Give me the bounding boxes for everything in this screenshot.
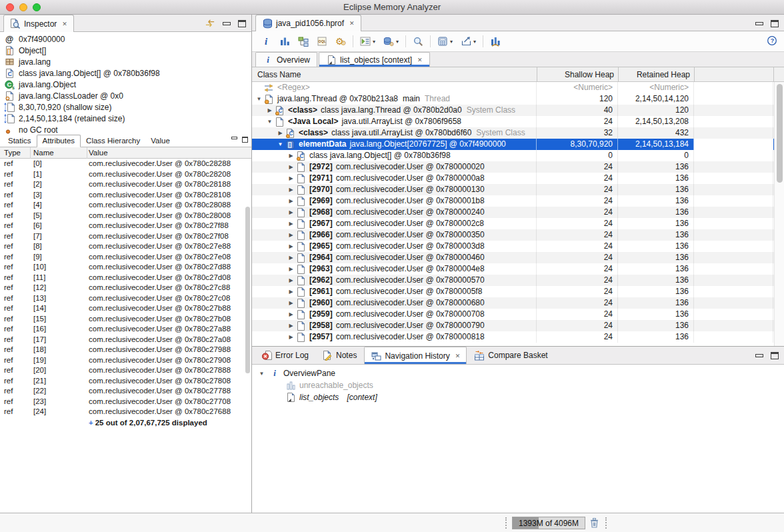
inspector-item[interactable]: no GC root [0, 124, 251, 134]
dominator-tree-button[interactable] [295, 35, 311, 49]
column-header-value[interactable]: Value [89, 147, 108, 159]
table-row[interactable]: ref[10]com.reclusivecoder.User @ 0x780c2… [0, 262, 251, 273]
heap-table-row[interactable]: ▶[2963]com.reclusivecoder.User @ 0x78000… [252, 263, 784, 275]
tab-class-hierarchy[interactable]: Class Hierarchy [81, 135, 145, 147]
table-row[interactable]: ref[9]com.reclusivecoder.User @ 0x780c27… [0, 252, 251, 263]
heap-filter-row[interactable]: <Regex><Numeric><Numeric> [252, 82, 784, 93]
column-header-retained-heap[interactable]: Retained Heap [618, 67, 690, 82]
tab-inspector[interactable]: Inspector ✕ [3, 15, 74, 32]
expand-arrow-icon[interactable]: ▶ [287, 184, 295, 195]
run-gc-trash-icon[interactable] [589, 517, 599, 530]
heap-table-row[interactable]: ▶[2967]com.reclusivecoder.User @ 0x78000… [252, 218, 784, 229]
run-expert-report-button[interactable]: ▾ [357, 35, 378, 48]
expand-arrow-icon[interactable]: ▶ [287, 286, 295, 297]
dropdown-arrow-icon[interactable]: ▾ [373, 39, 375, 45]
inspector-item[interactable]: 2,14,50,13,184 (retained size) [0, 113, 251, 124]
expand-arrow-icon[interactable]: ▶ [265, 105, 274, 116]
inspector-item[interactable]: 8,30,70,920 (shallow size) [0, 101, 251, 113]
minimize-view-icon[interactable] [223, 22, 231, 25]
heap-table-row[interactable]: ▶[2959]com.reclusivecoder.User @ 0x78000… [252, 309, 784, 320]
tab-attributes[interactable]: Attributes [37, 135, 81, 147]
heap-table-row[interactable]: ▶[2962]com.reclusivecoder.User @ 0x78000… [252, 275, 784, 286]
heap-table-row[interactable]: ▶[2971]com.reclusivecoder.User @ 0x78000… [252, 173, 784, 184]
tab-value[interactable]: Value [145, 135, 175, 147]
close-icon[interactable]: ✕ [349, 20, 355, 27]
table-row[interactable]: ref[20]com.reclusivecoder.User @ 0x780c2… [0, 365, 251, 376]
tab-statics[interactable]: Statics [3, 135, 37, 147]
maximize-view-icon[interactable] [242, 137, 248, 143]
list-item[interactable]: list_objects[context] [252, 391, 784, 403]
table-row[interactable]: ref[11]com.reclusivecoder.User @ 0x780c2… [0, 273, 251, 283]
heap-table-row[interactable]: ▶[2961]com.reclusivecoder.User @ 0x78000… [252, 286, 784, 297]
table-row[interactable]: ref[5]com.reclusivecoder.User @ 0x780c28… [0, 211, 251, 221]
expand-arrow-icon[interactable]: ▶ [287, 218, 295, 229]
thread-overview-button[interactable]: ⚙⚙ [333, 35, 349, 48]
zoom-window-button[interactable] [33, 3, 41, 11]
expand-arrow-icon[interactable]: ▶ [287, 263, 295, 275]
heap-table-row[interactable]: ▶C<class>class java.lang.Thread @ 0x780b… [252, 105, 784, 116]
acquire-histogram-button[interactable] [487, 35, 503, 49]
expand-arrow-icon[interactable]: ▶ [287, 275, 295, 286]
maximize-view-icon[interactable] [771, 352, 779, 359]
table-row[interactable]: ref[17]com.reclusivecoder.User @ 0x780c2… [0, 335, 251, 345]
table-row[interactable]: ref[6]com.reclusivecoder.User @ 0x780c27… [0, 221, 251, 231]
table-row[interactable]: ref[3]com.reclusivecoder.User @ 0x780c28… [0, 190, 251, 201]
heap-table-row[interactable]: ▶C<class>class java.util.ArrayList @ 0x7… [252, 127, 784, 139]
table-row[interactable]: ref[12]com.reclusivecoder.User @ 0x780c2… [0, 283, 251, 293]
inspector-item[interactable]: []Object[] [0, 45, 251, 56]
maximize-editor-icon[interactable] [771, 20, 779, 27]
search-button[interactable] [410, 35, 426, 49]
drag-handle[interactable] [505, 517, 507, 529]
table-row[interactable]: ref[0]com.reclusivecoder.User @ 0x780c28… [0, 159, 251, 169]
minimize-window-button[interactable] [19, 3, 27, 11]
tab-overview[interactable]: iOverview [255, 52, 317, 67]
tab-list_objects[interactable]: list_objects [context]✕ [319, 52, 430, 67]
heap-table-row[interactable]: ▼<Java Local>java.util.ArrayList @ 0x780… [252, 116, 784, 127]
tab-error-log[interactable]: Error Log [255, 347, 315, 364]
table-row[interactable]: ref[19]com.reclusivecoder.User @ 0x780c2… [0, 355, 251, 366]
list-item[interactable]: unreachable_objects [252, 379, 784, 391]
table-row[interactable]: ref[14]com.reclusivecoder.User @ 0x780c2… [0, 303, 251, 314]
collapse-arrow-icon[interactable]: ▼ [265, 116, 274, 127]
dropdown-arrow-icon[interactable]: ▾ [450, 39, 453, 45]
heap-table-row[interactable]: ▶[2970]com.reclusivecoder.User @ 0x78000… [252, 184, 784, 195]
tree-scrollbar[interactable] [774, 82, 784, 346]
expand-arrow-icon[interactable]: ▶ [276, 127, 285, 139]
heap-table-row[interactable]: ▼java.lang.Thread @ 0x780b213a8mainThrea… [252, 93, 784, 105]
collapse-arrow-icon[interactable]: ▼ [257, 371, 266, 377]
expand-arrow-icon[interactable]: ▶ [287, 297, 295, 309]
table-row[interactable]: ref[24]com.reclusivecoder.User @ 0x780c2… [0, 407, 251, 417]
table-row[interactable]: ref[7]com.reclusivecoder.User @ 0x780c27… [0, 231, 251, 242]
close-icon[interactable]: ✕ [455, 353, 461, 359]
inspector-item[interactable]: Csjava.lang.Object [0, 79, 251, 90]
export-button[interactable]: ▾ [458, 35, 479, 48]
table-row[interactable]: ref[4]com.reclusivecoder.User @ 0x780c28… [0, 200, 251, 211]
tab-notes[interactable]: Notes [316, 347, 363, 364]
table-row[interactable]: ref[1]com.reclusivecoder.User @ 0x780c28… [0, 169, 251, 180]
inspector-item[interactable]: java.lang.ClassLoader @ 0x0 [0, 90, 251, 101]
inspector-item[interactable]: @0x7f4900000 [0, 33, 251, 45]
heap-table-row[interactable]: ▶[2968]com.reclusivecoder.User @ 0x78000… [252, 207, 784, 218]
minimize-editor-icon[interactable] [755, 22, 763, 25]
calculate-retained-size-button[interactable]: ▾ [435, 35, 455, 48]
list-item[interactable]: ▼iOverviewPane [252, 367, 784, 379]
heap-table-row[interactable]: ▶[2965]com.reclusivecoder.User @ 0x78000… [252, 241, 784, 252]
help-icon[interactable]: ? [767, 35, 777, 48]
heap-table-row[interactable]: ▶[2966]com.reclusivecoder.User @ 0x78000… [252, 229, 784, 241]
table-row[interactable]: ref[2]com.reclusivecoder.User @ 0x780c28… [0, 179, 251, 190]
expand-arrow-icon[interactable]: ▶ [287, 252, 295, 263]
close-window-button[interactable] [6, 3, 14, 11]
expand-arrow-icon[interactable]: ▶ [287, 331, 295, 343]
expand-arrow-icon[interactable]: ▶ [287, 229, 295, 241]
open-oql-studio-button[interactable]: OQL [314, 35, 330, 48]
drag-handle[interactable] [605, 517, 607, 529]
heap-table-row[interactable]: ▶[2969]com.reclusivecoder.User @ 0x78000… [252, 195, 784, 207]
heap-status-widget[interactable]: 1393M of 4096M [512, 517, 585, 529]
tree-scrollbar-thumb[interactable] [777, 84, 783, 183]
column-header-class-name[interactable]: Class Name [257, 67, 301, 82]
inspector-item[interactable]: java.lang [0, 56, 251, 67]
tab-compare-basket[interactable]: Compare Basket [468, 347, 553, 364]
table-row[interactable]: ref[23]com.reclusivecoder.User @ 0x780c2… [0, 397, 251, 407]
close-icon[interactable]: ✕ [62, 21, 67, 27]
minimize-view-icon[interactable] [231, 137, 237, 139]
